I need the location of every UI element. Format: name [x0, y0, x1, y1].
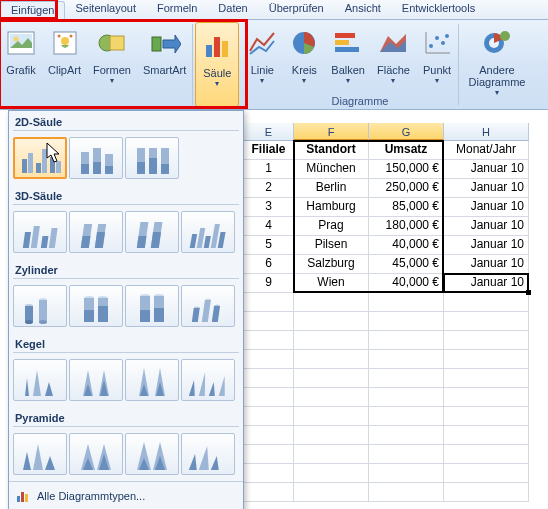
cell[interactable]: Januar 10 — [444, 236, 529, 255]
group-label-diagramme: Diagramme — [300, 95, 420, 107]
col-header-E[interactable]: E — [244, 123, 294, 141]
svg-point-6 — [69, 35, 72, 38]
btn-formen[interactable]: Formen ▾ — [87, 20, 137, 109]
cell[interactable]: 3 — [244, 198, 294, 217]
btn-andere-diagramme[interactable]: Andere Diagramme ▾ — [459, 20, 535, 109]
chart-type-pyramid-3d[interactable] — [181, 433, 235, 475]
chart-type-stacked-column[interactable] — [69, 137, 123, 179]
svg-rect-51 — [95, 232, 105, 248]
tab-formeln[interactable]: Formeln — [147, 0, 208, 19]
cell[interactable]: Januar 10 — [444, 217, 529, 236]
chart-type-cylinder-100pct[interactable] — [125, 285, 179, 327]
svg-rect-37 — [105, 166, 113, 174]
cell[interactable]: Januar 10 — [444, 274, 529, 293]
cell[interactable]: Januar 10 — [444, 179, 529, 198]
chart-type-pyramid-100pct[interactable] — [125, 433, 179, 475]
btn-clipart[interactable]: ClipArt — [42, 20, 87, 109]
cell[interactable]: 4 — [244, 217, 294, 236]
cell[interactable]: 180,000 € — [369, 217, 444, 236]
tab-seitenlayout[interactable]: Seitenlayout — [65, 0, 147, 19]
tab-entwicklertools[interactable]: Entwicklertools — [392, 0, 486, 19]
svg-rect-69 — [84, 310, 94, 322]
cell[interactable]: Standort — [294, 141, 369, 160]
col-header-G[interactable]: G — [369, 123, 444, 141]
tab-einfuegen[interactable]: Einfügen — [0, 1, 65, 20]
svg-rect-10 — [206, 45, 212, 57]
svg-rect-45 — [31, 226, 40, 248]
svg-rect-114 — [17, 496, 20, 502]
col-header-F[interactable]: F — [294, 123, 369, 141]
cell[interactable]: Januar 10 — [444, 255, 529, 274]
svg-rect-14 — [335, 33, 355, 38]
cell[interactable]: Salzburg — [294, 255, 369, 274]
svg-rect-82 — [202, 300, 211, 322]
chart-type-cylinder-3d[interactable] — [181, 285, 235, 327]
chart-type-3d-100pct-stacked-column[interactable] — [125, 211, 179, 253]
section-zylinder: Zylinder — [9, 261, 243, 278]
chart-type-3d-clustered-column[interactable] — [13, 211, 67, 253]
cell[interactable]: 45,000 € — [369, 255, 444, 274]
col-header-H[interactable]: H — [444, 123, 529, 141]
svg-rect-57 — [197, 228, 206, 248]
btn-smartart[interactable]: SmartArt — [137, 20, 192, 109]
cell[interactable]: Monat/Jahr — [444, 141, 529, 160]
chevron-down-icon: ▾ — [260, 76, 264, 85]
chart-type-cylinder-stacked[interactable] — [69, 285, 123, 327]
grid[interactable]: Filiale Standort Umsatz Monat/Jahr 1Münc… — [244, 141, 548, 502]
cell[interactable]: 85,000 € — [369, 198, 444, 217]
chart-type-cone-3d[interactable] — [181, 359, 235, 401]
btn-punkt[interactable]: Punkt ▾ — [416, 20, 458, 109]
chart-type-cone-100pct[interactable] — [125, 359, 179, 401]
chevron-down-icon: ▾ — [495, 88, 499, 97]
svg-rect-47 — [49, 228, 58, 248]
cell[interactable]: Pilsen — [294, 236, 369, 255]
cell[interactable]: Filiale — [244, 141, 294, 160]
chart-type-pyramid-stacked[interactable] — [69, 433, 123, 475]
cell[interactable]: 2 — [244, 179, 294, 198]
cell[interactable]: 5 — [244, 236, 294, 255]
chart-type-3d-column[interactable] — [181, 211, 235, 253]
tab-ansicht[interactable]: Ansicht — [335, 0, 392, 19]
cell[interactable]: Wien — [294, 274, 369, 293]
cell[interactable]: Prag — [294, 217, 369, 236]
cell[interactable]: Umsatz — [369, 141, 444, 160]
chart-type-3d-stacked-column[interactable] — [69, 211, 123, 253]
svg-rect-75 — [140, 310, 150, 322]
cell[interactable]: Hamburg — [294, 198, 369, 217]
svg-rect-115 — [21, 492, 24, 502]
cell[interactable]: 40,000 € — [369, 274, 444, 293]
btn-linie[interactable]: Linie ▾ — [241, 20, 283, 109]
svg-marker-96 — [189, 380, 197, 396]
cell[interactable]: 9 — [244, 274, 294, 293]
chart-type-cone-stacked[interactable] — [69, 359, 123, 401]
cell[interactable]: 6 — [244, 255, 294, 274]
cell[interactable]: Januar 10 — [444, 160, 529, 179]
cell[interactable]: 150,000 € — [369, 160, 444, 179]
shapes-icon — [97, 29, 127, 59]
cell[interactable]: 40,000 € — [369, 236, 444, 255]
tab-daten[interactable]: Daten — [208, 0, 258, 19]
svg-rect-84 — [212, 306, 220, 322]
mouse-cursor-icon — [46, 142, 62, 164]
spreadsheet[interactable]: E F G H Filiale Standort Umsatz Monat/Ja… — [244, 123, 548, 509]
chart-type-pyramid-clustered[interactable] — [13, 433, 67, 475]
all-chart-types[interactable]: Alle Diagrammtypen... — [9, 481, 243, 509]
cell[interactable]: München — [294, 160, 369, 179]
chart-type-100pct-stacked-column[interactable] — [125, 137, 179, 179]
btn-saeule[interactable]: Säule ▾ — [195, 22, 239, 107]
svg-marker-100 — [23, 452, 31, 470]
btn-grafik[interactable]: Grafik — [0, 20, 42, 109]
section-2d-saeule: 2D-Säule — [9, 113, 243, 130]
chart-type-cone-clustered[interactable] — [13, 359, 67, 401]
chart-type-cylinder-clustered[interactable] — [13, 285, 67, 327]
svg-rect-72 — [98, 306, 108, 322]
cell[interactable]: 1 — [244, 160, 294, 179]
section-3d-saeule: 3D-Säule — [9, 187, 243, 204]
cell[interactable]: Januar 10 — [444, 198, 529, 217]
svg-rect-12 — [222, 41, 228, 57]
cell[interactable]: 250,000 € — [369, 179, 444, 198]
cell[interactable]: Berlin — [294, 179, 369, 198]
svg-rect-78 — [154, 308, 164, 322]
chevron-down-icon: ▾ — [391, 76, 395, 85]
tab-ueberpruefen[interactable]: Überprüfen — [259, 0, 335, 19]
